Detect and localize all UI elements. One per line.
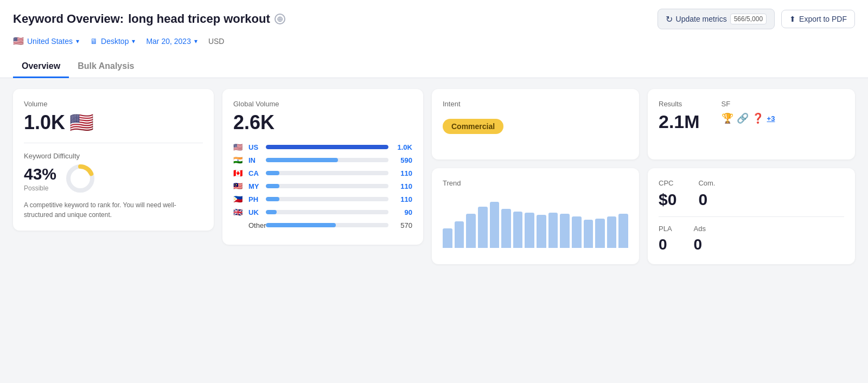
kd-value: 43% (24, 165, 56, 183)
ph-bar (266, 197, 279, 201)
intent-badge-wrapper: Commercial (443, 114, 628, 134)
refresh-icon: ↻ (666, 14, 673, 24)
trend-bar-1 (443, 228, 452, 248)
kd-possible: Possible (24, 184, 56, 192)
update-counter: 566/5,000 (730, 14, 767, 24)
device-label: Desktop (101, 37, 129, 46)
us-code: US (248, 143, 261, 151)
country-filter[interactable]: 🇺🇸 United States ▾ (13, 36, 79, 46)
kd-row: 43% Possible (24, 163, 203, 194)
cpc-top-row: CPC $0 Com. 0 (659, 179, 844, 209)
ca-code: CA (248, 169, 261, 177)
ads-col: Ads 0 (694, 225, 706, 253)
in-bar-container (266, 158, 388, 162)
cpc-value: $0 (659, 190, 676, 209)
uk-flag: 🇬🇧 (233, 208, 244, 216)
us-bar-container (266, 145, 388, 149)
update-metrics-button[interactable]: ↻ Update metrics 566/5,000 (658, 9, 775, 29)
tab-overview[interactable]: Overview (13, 55, 69, 78)
ca-flag: 🇨🇦 (233, 169, 244, 177)
com-value: 0 (698, 190, 715, 209)
country-flag: 🇺🇸 (13, 36, 24, 46)
trend-bar-3 (466, 214, 476, 248)
my-code: MY (248, 182, 261, 190)
trend-bar-2 (455, 221, 464, 248)
volume-value: 1.0K 🇺🇸 (24, 111, 203, 134)
results-col: Results 2.1M (659, 100, 700, 132)
country-row-my: 🇲🇾 MY 110 (233, 182, 412, 190)
device-filter[interactable]: 🖥 Desktop ▾ (90, 37, 135, 46)
country-label: United States (27, 37, 73, 46)
global-volume-value: 2.6K (233, 111, 412, 134)
pla-label: PLA (659, 225, 672, 233)
sf-label: SF (722, 100, 775, 108)
uk-bar-container (266, 210, 388, 214)
sf-col: SF 🏆 🔗 ❓ +3 (722, 100, 775, 132)
question-icon: ❓ (752, 112, 764, 124)
uk-value: 90 (393, 208, 412, 216)
header-actions: ↻ Update metrics 566/5,000 ⬆ Export to P… (658, 9, 855, 29)
results-label: Results (659, 100, 700, 108)
keyword-overview-label: Keyword Overview: (13, 12, 124, 26)
in-value: 590 (393, 156, 412, 164)
my-bar (266, 184, 279, 188)
us-flag: 🇺🇸 (233, 143, 244, 151)
date-label: Mar 20, 2023 (146, 37, 191, 46)
results-sf-row: Results 2.1M SF 🏆 🔗 ❓ +3 (659, 100, 844, 132)
country-list: 🇺🇸 US 1.0K 🇮🇳 IN 590 🇨🇦 CA (233, 143, 412, 229)
ca-value: 110 (393, 169, 412, 177)
ph-bar-container (266, 197, 388, 201)
pla-col: PLA 0 (659, 225, 672, 253)
results-value: 2.1M (659, 111, 700, 132)
other-label: Other (248, 221, 261, 229)
tab-bulk-analysis[interactable]: Bulk Analysis (69, 55, 143, 78)
other-bar-container (266, 223, 388, 227)
device-chevron-icon: ▾ (132, 37, 135, 45)
page-title: Keyword Overview: long head tricep worko… (13, 12, 285, 26)
country-row-other: 🏳 Other 570 (233, 221, 412, 229)
us-bar (266, 145, 388, 149)
currency-filter: USD (208, 37, 225, 46)
intent-card: Intent Commercial (432, 89, 639, 159)
ca-bar (266, 171, 279, 175)
cpc-col: CPC $0 (659, 179, 676, 209)
country-row-ca: 🇨🇦 CA 110 (233, 169, 412, 177)
volume-card: Volume 1.0K 🇺🇸 Keyword Difficulty 43% Po… (13, 89, 214, 231)
trend-bar-15 (607, 216, 617, 248)
filters-bar: 🇺🇸 United States ▾ 🖥 Desktop ▾ Mar 20, 2… (13, 36, 855, 53)
my-bar-container (266, 184, 388, 188)
export-pdf-button[interactable]: ⬆ Export to PDF (781, 10, 855, 28)
trophy-icon: 🏆 (722, 112, 733, 124)
ph-flag: 🇵🇭 (233, 195, 244, 203)
cpc-label: CPC (659, 179, 676, 187)
ph-value: 110 (393, 195, 412, 203)
main-content: Volume 1.0K 🇺🇸 Keyword Difficulty 43% Po… (0, 78, 868, 275)
trend-bar-12 (572, 216, 582, 248)
sf-icons: 🏆 🔗 ❓ +3 (722, 112, 775, 124)
kd-donut-chart (65, 163, 95, 194)
top-right-row: Intent Commercial Results 2.1M SF 🏆 (432, 89, 855, 159)
trend-chart (443, 194, 628, 248)
trend-bar-13 (584, 220, 593, 248)
cpc-divider (659, 216, 844, 217)
trend-bar-10 (548, 213, 558, 248)
add-keyword-icon[interactable]: ⊕ (275, 14, 285, 24)
device-icon: 🖥 (90, 37, 98, 46)
trend-bar-14 (595, 219, 605, 248)
currency-label: USD (208, 37, 225, 46)
kd-description: A competitive keyword to rank for. You w… (24, 200, 203, 220)
intent-badge: Commercial (443, 119, 503, 134)
country-row-uk: 🇬🇧 UK 90 (233, 208, 412, 216)
header: Keyword Overview: long head tricep worko… (0, 0, 868, 78)
date-filter[interactable]: Mar 20, 2023 ▾ (146, 37, 197, 46)
trend-bar-9 (537, 215, 546, 248)
com-label: Com. (698, 179, 715, 187)
link-icon: 🔗 (737, 112, 749, 124)
export-icon: ⬆ (789, 15, 796, 23)
trend-bar-6 (501, 209, 511, 248)
kd-label: Keyword Difficulty (24, 152, 203, 160)
ph-code: PH (248, 195, 261, 203)
pla-ads-row: PLA 0 Ads 0 (659, 225, 844, 253)
global-volume-card: Global Volume 2.6K 🇺🇸 US 1.0K 🇮🇳 IN 590 (222, 89, 423, 245)
country-row-ph: 🇵🇭 PH 110 (233, 195, 412, 203)
